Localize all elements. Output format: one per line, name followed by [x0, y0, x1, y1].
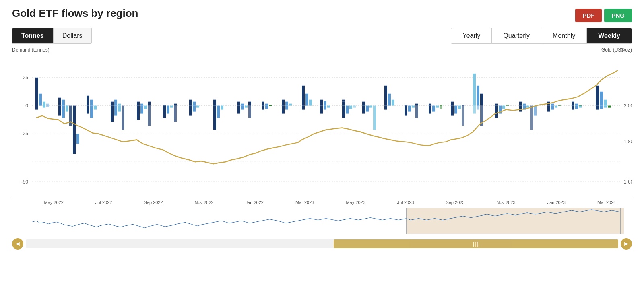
unit-tab-tonnes[interactable]: Tonnes	[12, 28, 53, 44]
period-tab-weekly[interactable]: Weekly	[587, 28, 632, 43]
scroll-left-button[interactable]: ◄	[12, 238, 23, 250]
svg-rect-44	[163, 105, 166, 106]
svg-rect-133	[526, 106, 529, 108]
svg-rect-99	[384, 106, 387, 110]
svg-rect-67	[265, 104, 268, 106]
svg-rect-47	[170, 106, 173, 108]
svg-rect-84	[327, 106, 330, 108]
export-buttons: PDF PNG	[575, 9, 632, 22]
svg-rect-40	[140, 106, 143, 114]
controls-bar: Tonnes Dollars Yearly Quarterly Monthly …	[12, 28, 632, 44]
svg-rect-109	[436, 106, 439, 108]
svg-rect-21	[66, 106, 68, 112]
period-tab-yearly[interactable]: Yearly	[451, 28, 492, 43]
svg-rect-146	[579, 106, 582, 108]
svg-rect-45	[163, 106, 166, 118]
svg-rect-103	[412, 106, 415, 108]
period-tab-quarterly[interactable]: Quarterly	[492, 28, 541, 43]
x-label-may2022: May 2022	[44, 200, 64, 205]
svg-rect-63	[245, 106, 248, 108]
svg-rect-68	[262, 106, 264, 110]
scroll-thumb[interactable]: |||	[334, 239, 618, 248]
svg-rect-155	[407, 208, 624, 234]
svg-rect-42	[148, 102, 151, 106]
svg-text:1,800: 1,800	[624, 139, 632, 144]
svg-rect-12	[35, 78, 38, 110]
svg-rect-144	[572, 106, 574, 110]
svg-rect-61	[237, 106, 240, 114]
svg-rect-130	[523, 104, 526, 106]
svg-rect-78	[309, 100, 312, 106]
svg-rect-29	[94, 106, 97, 110]
svg-rect-34	[114, 106, 117, 116]
svg-rect-25	[87, 96, 89, 106]
svg-rect-57	[221, 106, 223, 110]
svg-rect-92	[366, 106, 369, 112]
x-label-jan2023: Jan 2023	[547, 200, 566, 205]
svg-rect-93	[369, 106, 372, 108]
svg-rect-151	[596, 106, 599, 110]
svg-rect-117	[462, 106, 464, 126]
svg-rect-116	[462, 105, 464, 106]
svg-rect-118	[473, 74, 476, 106]
svg-rect-100	[405, 105, 407, 106]
svg-rect-36	[122, 106, 124, 130]
svg-rect-55	[213, 106, 216, 130]
svg-rect-135	[534, 106, 537, 116]
svg-rect-23	[73, 106, 76, 154]
scroll-thumb-label: |||	[473, 241, 479, 247]
svg-text:-50: -50	[21, 179, 29, 185]
svg-rect-119	[477, 86, 479, 106]
svg-rect-76	[302, 86, 305, 106]
scroll-right-button[interactable]: ►	[621, 238, 632, 250]
pdf-button[interactable]: PDF	[575, 9, 602, 22]
svg-rect-114	[454, 106, 457, 114]
svg-rect-153	[604, 106, 607, 108]
scroll-track: |||	[26, 239, 618, 248]
svg-rect-51	[193, 106, 196, 112]
svg-rect-121	[473, 106, 476, 114]
svg-rect-88	[349, 106, 352, 109]
svg-rect-87	[346, 106, 349, 114]
svg-rect-37	[137, 102, 140, 106]
svg-rect-66	[262, 102, 264, 106]
svg-rect-83	[324, 106, 326, 110]
svg-text:2,000: 2,000	[624, 103, 632, 109]
svg-rect-108	[432, 106, 435, 112]
page-container: Gold ETF flows by region PDF PNG Tonnes …	[0, 0, 644, 256]
svg-rect-32	[118, 104, 121, 106]
svg-rect-142	[572, 102, 574, 106]
y-label-right: Gold (US$/oz)	[601, 47, 632, 53]
svg-rect-30	[111, 102, 114, 106]
svg-rect-38	[140, 104, 143, 106]
svg-rect-143	[575, 104, 578, 106]
svg-rect-14	[43, 102, 45, 108]
page-title: Gold ETF flows by region	[12, 7, 138, 20]
svg-rect-85	[342, 102, 345, 106]
svg-rect-111	[440, 106, 442, 109]
svg-rect-28	[90, 106, 93, 118]
svg-rect-138	[547, 106, 550, 112]
svg-rect-72	[285, 102, 288, 106]
svg-rect-49	[174, 106, 177, 122]
svg-rect-39	[137, 106, 140, 120]
chart-area: Demand (tonnes) Gold (US$/oz) 25 0 -25 -…	[12, 47, 632, 208]
svg-rect-35	[118, 106, 121, 112]
chart-container: 25 0 -25 -50 2,000 1,800 1,600	[12, 54, 632, 198]
y-label-left: Demand (tonnes)	[12, 47, 50, 53]
x-label-jan2022: Jan 2022	[246, 200, 264, 205]
svg-rect-107	[429, 106, 431, 114]
x-label-mar2024: Mar 2024	[597, 200, 616, 205]
svg-rect-106	[429, 104, 431, 106]
png-button[interactable]: PNG	[604, 9, 632, 22]
unit-tab-dollars[interactable]: Dollars	[53, 28, 92, 44]
svg-rect-56	[217, 106, 220, 118]
svg-rect-16	[58, 98, 61, 106]
svg-rect-33	[111, 106, 114, 122]
x-label-jul2023: Jul 2023	[397, 200, 414, 205]
svg-rect-90	[342, 100, 345, 102]
period-tab-monthly[interactable]: Monthly	[541, 28, 587, 43]
svg-rect-148	[596, 86, 599, 106]
svg-rect-77	[305, 94, 308, 106]
svg-rect-140	[555, 106, 557, 108]
